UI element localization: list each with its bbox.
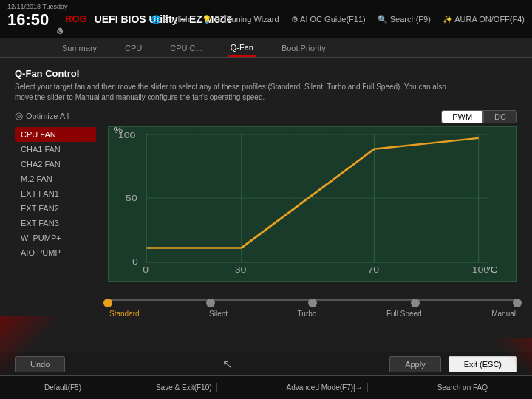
pwm-dc-toggle: PWM DC — [108, 110, 517, 123]
header: 12/11/2018 Tuesday 16:50⚙ ROG UEFI BIOS … — [0, 0, 532, 38]
fan-item-m2[interactable]: M.2 FAN — [15, 171, 96, 186]
slider-dot-turbo[interactable] — [308, 299, 317, 307]
label-fullspeed: Full Speed — [386, 310, 422, 318]
fan-item-cha2[interactable]: CHA2 FAN — [15, 157, 96, 171]
apply-button[interactable]: Apply — [389, 356, 441, 372]
slider-dot-silent[interactable] — [206, 299, 215, 307]
fan-item-ext2[interactable]: EXT FAN2 — [15, 201, 96, 216]
slider-dot-manual[interactable] — [513, 299, 522, 307]
dc-button[interactable]: DC — [483, 110, 517, 123]
fan-item-ext1[interactable]: EXT FAN1 — [15, 186, 96, 201]
fan-item-cha1[interactable]: CHA1 FAN — [15, 142, 96, 157]
svg-text:%: % — [113, 127, 123, 135]
bottom-bar: Undo ↖ Apply Exit (ESC) — [0, 352, 532, 375]
fan-item-ext3[interactable]: EXT FAN3 — [15, 216, 96, 231]
label-manual: Manual — [491, 310, 516, 318]
fan-item-aio[interactable]: AIO PUMP — [15, 245, 96, 260]
profile-slider-area: Standard Silent Turbo Full Speed Manual — [108, 292, 517, 318]
fan-item-wpump[interactable]: W_PUMP+ — [15, 231, 96, 245]
svg-text:50: 50 — [126, 194, 137, 203]
label-silent: Silent — [209, 310, 228, 318]
header-datetime: 12/11/2018 Tuesday — [7, 3, 68, 10]
tab-cpu[interactable]: CPU — [122, 38, 145, 57]
slider-container[interactable] — [108, 292, 517, 307]
slider-track — [108, 299, 517, 301]
section-title: Q-Fan Control — [15, 68, 517, 79]
optimize-icon: ◎ — [15, 110, 23, 121]
main-content: Q-Fan Control Select your target fan and… — [0, 58, 532, 352]
svg-text:°C: °C — [486, 266, 498, 275]
footer-default[interactable]: Default(F5) — [40, 383, 86, 392]
footer-save-exit[interactable]: Save & Exit(F10) — [151, 383, 217, 392]
svg-text:0: 0 — [132, 258, 138, 267]
undo-button[interactable]: Undo — [15, 356, 65, 372]
footer: Default(F5) Save & Exit(F10) Advanced Mo… — [0, 375, 532, 399]
header-nav: 🌐 English 💡 EZ Tuning Wizard ⚙ AI OC Gui… — [151, 14, 525, 24]
fan-list: ◎ Optimize All CPU FAN CHA1 FAN CHA2 FAN… — [15, 110, 96, 318]
slider-dot-standard[interactable] — [103, 299, 112, 307]
fan-chart: 100 50 0 0 30 70 100 % °C — [108, 126, 517, 282]
nav-search[interactable]: 🔍 Search(F9) — [378, 14, 431, 24]
tab-summary[interactable]: Summary — [59, 38, 100, 57]
section-desc: Select your target fan and then move the… — [15, 82, 458, 103]
fan-item-cpu[interactable]: CPU FAN — [15, 127, 96, 142]
exit-button[interactable]: Exit (ESC) — [449, 356, 517, 372]
label-turbo: Turbo — [298, 310, 317, 318]
content-area: ◎ Optimize All CPU FAN CHA1 FAN CHA2 FAN… — [15, 110, 517, 318]
optimize-all-button[interactable]: ◎ Optimize All — [15, 110, 96, 121]
chart-svg: 100 50 0 0 30 70 100 % °C — [109, 127, 516, 281]
rog-logo: ROG — [65, 13, 87, 24]
cursor-icon: ↖ — [222, 357, 232, 371]
svg-text:30: 30 — [235, 266, 247, 275]
footer-advanced-mode[interactable]: Advanced Mode(F7)|→ — [282, 383, 367, 392]
tab-boot[interactable]: Boot Priority — [279, 38, 329, 57]
nav-ai-oc[interactable]: ⚙ AI OC Guide(F11) — [291, 14, 366, 24]
svg-text:70: 70 — [367, 266, 379, 275]
nav-language[interactable]: 🌐 English — [151, 14, 190, 24]
nav-aura[interactable]: ✨ AURA ON/OFF(F4) — [443, 14, 525, 24]
label-standard: Standard — [109, 310, 140, 318]
tab-cpu-c[interactable]: CPU C... — [167, 38, 205, 57]
svg-rect-0 — [109, 127, 516, 281]
chart-area: PWM DC — [108, 110, 517, 318]
nav-ez-tuning[interactable]: 💡 EZ Tuning Wizard — [202, 14, 279, 24]
pwm-button[interactable]: PWM — [441, 110, 483, 123]
footer-search-faq[interactable]: Search on FAQ — [433, 383, 492, 392]
tab-bar: Summary CPU CPU C... Q-Fan Boot Priority — [0, 38, 532, 58]
tab-memory[interactable]: Q-Fan — [228, 38, 256, 57]
svg-text:0: 0 — [143, 266, 149, 275]
settings-icon[interactable]: ⚙ — [56, 27, 64, 36]
slider-dot-fullspeed[interactable] — [411, 299, 420, 307]
slider-labels: Standard Silent Turbo Full Speed Manual — [108, 310, 517, 318]
header-time: 16:50⚙ — [7, 10, 49, 30]
